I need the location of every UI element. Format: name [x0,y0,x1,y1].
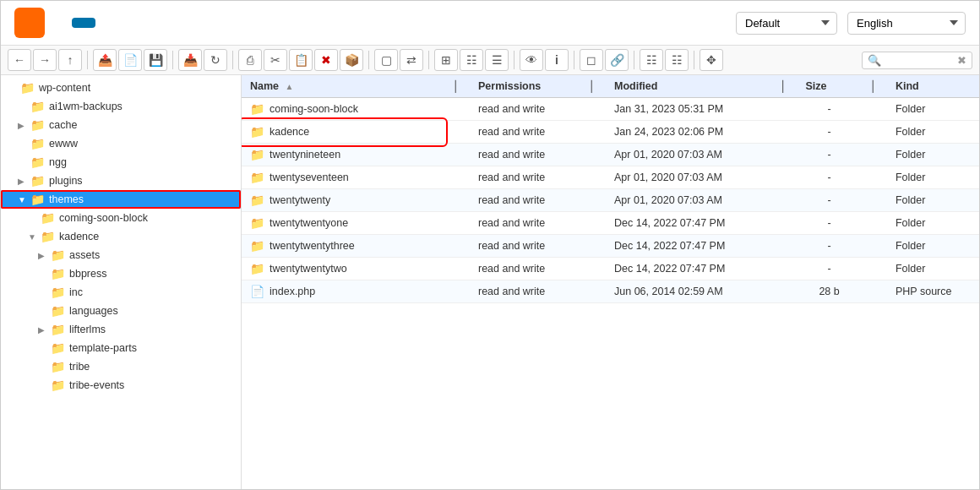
search-icon: 🔍 [868,54,881,67]
refresh-button[interactable]: ↻ [204,49,227,71]
sidebar-label-coming-soon-block: coming-soon-block [59,212,148,224]
table-row[interactable]: 📁twentytwentytworead and writeDec 14, 20… [242,258,979,280]
back-button[interactable]: ← [8,49,31,71]
panel-button[interactable]: ◻ [580,49,603,71]
sidebar-item-plugins[interactable]: ▶📁plugins [1,172,241,190]
sidebar-item-ewww[interactable]: 📁ewww [1,134,241,153]
language-select[interactable]: English [847,12,966,35]
theme-select[interactable]: Default [736,12,837,35]
delete-button[interactable]: ✖ [314,49,338,71]
divider [862,98,887,121]
divider [771,212,797,235]
divider [444,144,470,166]
col-header-name[interactable]: Name ▲ [242,75,444,98]
sidebar-item-template-parts[interactable]: 📁template-parts [1,339,241,357]
table-button[interactable]: ☷ [640,49,663,71]
sidebar-label-wp-content: wp-content [39,82,90,94]
fullscreen-button[interactable]: ✥ [700,49,723,71]
folder-icon-ai1wm-backups: 📁 [30,100,45,113]
table-row[interactable]: 📁twentyseventeenread and writeApr 01, 20… [242,166,979,189]
info-button[interactable]: i [545,49,569,71]
file-permissions: read and write [470,98,580,121]
sidebar-item-wp-content[interactable]: 📁wp-content [1,79,241,97]
extract-button[interactable]: ▢ [374,49,398,71]
folder-icon: 📁 [250,193,264,207]
folder-icon-themes: 📁 [30,193,45,206]
sidebar-item-inc[interactable]: 📁inc [1,283,241,302]
table-row[interactable]: 📄index.phpread and writeJun 06, 2014 02:… [242,280,979,303]
sidebar-item-ai1wm-backups[interactable]: 📁ai1wm-backups [1,97,241,116]
divider [862,258,887,280]
new-file-button[interactable]: 📄 [118,49,142,71]
col-header-kind[interactable]: Kind [887,75,979,98]
folder-icon-wp-content: 📁 [20,81,35,95]
col-header-modified[interactable]: Modified [606,75,771,98]
filter-button[interactable]: ☷ [665,49,689,71]
sidebar-item-lifterlms[interactable]: ▶📁lifterlms [1,320,241,339]
divider [444,258,470,280]
sidebar-item-languages[interactable]: 📁languages [1,302,241,320]
table-row[interactable]: 📁twentytwentyread and writeApr 01, 2020 … [242,189,979,212]
clear-search-icon[interactable]: ✖ [957,54,966,67]
grid-view-button[interactable]: ⊞ [434,49,458,71]
folder-icon: 📁 [250,262,264,275]
frame-button[interactable]: ⇄ [400,49,423,71]
table-row[interactable]: 📁twentytwentythreeread and writeDec 14, … [242,235,979,258]
upload-button[interactable]: 📤 [93,49,117,71]
forward-button[interactable]: → [33,49,57,71]
divider [444,166,470,189]
download-button[interactable]: 📥 [178,49,202,71]
sidebar-item-assets[interactable]: ▶📁assets [1,246,241,264]
table-row[interactable]: 📁coming-soon-blockread and writeJan 31, … [242,98,979,121]
file-size: - [797,212,861,235]
file-size: 28 b [797,280,861,303]
divider [771,144,797,166]
file-size: - [797,166,861,189]
buy-pro-button[interactable] [72,18,95,28]
sidebar-item-coming-soon-block[interactable]: 📁coming-soon-block [1,209,241,227]
table-row[interactable]: 📁twentytwentyoneread and writeDec 14, 20… [242,212,979,235]
file-modified: Apr 01, 2020 07:03 AM [606,189,771,212]
col-header-permissions[interactable]: Permissions [470,75,580,98]
file-name: twentytwenty [270,194,330,206]
columns-button[interactable]: ☰ [485,49,509,71]
sidebar-item-kadence[interactable]: ▼📁kadence [1,227,241,246]
copy-button[interactable]: ⎙ [238,49,262,71]
search-input[interactable] [881,54,957,67]
col-header-size[interactable]: Size [797,75,861,98]
cut-button[interactable]: ✂ [264,49,287,71]
divider [444,235,470,258]
sidebar-item-ngg[interactable]: 📁ngg [1,153,241,172]
archive-button[interactable]: 📦 [340,49,363,71]
share-button[interactable]: 🔗 [605,49,629,71]
save-button[interactable]: 💾 [144,49,167,71]
file-name: index.php [270,286,315,297]
eye-button[interactable]: 👁 [520,49,543,71]
file-kind: Folder [887,258,979,280]
folder-icon-lifterlms: 📁 [51,323,65,336]
file-modified: Apr 01, 2020 07:03 AM [606,166,771,189]
file-kind: Folder [887,98,979,121]
file-size: - [797,98,861,121]
sidebar-item-tribe[interactable]: 📁tribe [1,357,241,376]
paste-button[interactable]: 📋 [289,49,313,71]
expand-arrow-plugins: ▶ [18,177,28,186]
file-kind: Folder [887,189,979,212]
file-table: Name ▲ │ Permissions │ Modified │ Size │… [242,75,979,303]
sidebar-item-bbpress[interactable]: 📁bbpress [1,264,241,283]
table-row[interactable]: 📁kadenceread and writeJan 24, 2023 02:06… [242,121,979,144]
folder-icon-kadence: 📁 [41,230,55,243]
toolbar: ← → ↑ 📤 📄 💾 📥 ↻ ⎙ ✂ 📋 ✖ 📦 ▢ ⇄ ⊞ ☷ ☰ 👁 i … [1,46,979,75]
divider [580,235,606,258]
divider [771,166,797,189]
up-button[interactable]: ↑ [58,49,82,71]
table-row[interactable]: 📁twentynineteenread and writeApr 01, 202… [242,144,979,166]
sidebar-item-themes[interactable]: ▼📁themes [1,190,241,209]
sidebar-label-inc: inc [69,286,83,298]
list-view-button[interactable]: ☷ [460,49,483,71]
sidebar-label-tribe-events: tribe-events [69,379,124,391]
sidebar-item-cache[interactable]: ▶📁cache [1,116,241,134]
sidebar-item-tribe-events[interactable]: 📁tribe-events [1,376,241,395]
col-divider-4: │ [862,75,887,98]
folder-icon-languages: 📁 [51,304,65,318]
